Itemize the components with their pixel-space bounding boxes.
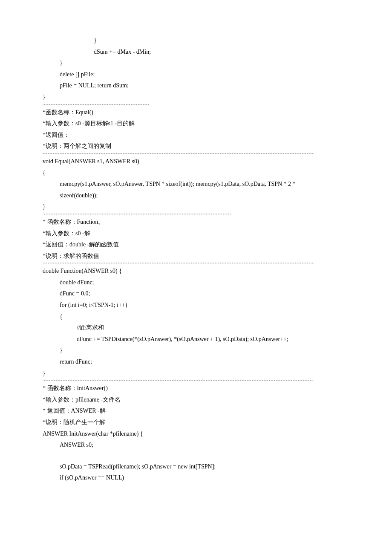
code-line-sep4: ****************************************… <box>43 262 349 266</box>
code-line-answer_decl: ANSWER s0; <box>43 439 349 451</box>
code-line-fn1_input: *输入参数：s0 -源目标解s1 -目的解 <box>43 118 349 130</box>
code-line-equal_sig: void Equal(ANSWER s1, ANSWER s0) <box>43 156 349 168</box>
code-line-fn3_desc: *说明：随机产生一个解 <box>43 417 349 428</box>
code-line-func_sig: double Function(ANSWER s0) { <box>43 266 349 277</box>
code-line-return_dfunc: return dFunc; <box>43 356 349 368</box>
code-line-dsum_line: dSum += dMax - dMin; <box>43 46 349 58</box>
code-line-memcpy2: sizeof(double)); <box>43 190 349 202</box>
code-line-pfile_null: pFile = NULL; return dSum; <box>43 80 349 92</box>
code-line-fn2_desc: *说明：求解的函数值 <box>43 251 349 262</box>
code-line-fn3_input: *输入参数：pfilename -文件名 <box>43 394 349 406</box>
code-line-dfunc_calc: dFunc += TSPDistance(*(sO.pAnswer), *(sO… <box>43 334 349 345</box>
code-line-open_brace_2: { <box>43 311 349 323</box>
code-line-fn1_desc: *说明：两个解之间的复制 <box>43 141 349 152</box>
code-line-sep3: /***************************************… <box>43 213 349 217</box>
code-line-close_brace_4: } <box>43 201 349 213</box>
code-line-open_brace_1: { <box>43 168 349 179</box>
code-line-init_sig: ANSWER InitAnswer(char *pfilename) { <box>43 428 349 440</box>
code-line-if_null: if (sO.pAnswer == NULL) <box>43 472 349 484</box>
code-line-close_brace_3: } <box>43 92 349 103</box>
code-line-dfunc_init: dFunc = 0.0; <box>43 288 349 300</box>
code-line-fn3_return: * 返回值：ANSWER -解 <box>43 405 349 417</box>
document-page: }dSum += dMax - dMin;}delete [] pFile;pF… <box>0 0 392 555</box>
code-line-fn1_return: *返回值： <box>43 130 349 141</box>
code-line-sep1: /***************************************… <box>43 103 349 107</box>
code-line-sep5: /***************************************… <box>43 379 349 383</box>
code-line-fn2_input: *输入参数：s0 -解 <box>43 228 349 240</box>
code-line-pdata_line: sO.pData = TSPRead(pfilename); sO.pAnswe… <box>43 461 349 473</box>
code-line-fn2_return: *返回值：double -解的函数值 <box>43 239 349 251</box>
code-line-close_brace_5: } <box>43 345 349 356</box>
code-line-fn1_name: *函数名称：Equal() <box>43 107 349 119</box>
code-line-delete_pfile: delete [] pFile; <box>43 69 349 81</box>
code-line-fn3_name: * 函数名称：InitAnswer() <box>43 383 349 394</box>
code-line-close_brace_6: } <box>43 368 349 379</box>
code-line-comment1: //距离求和 <box>43 322 349 334</box>
code-line-memcpy1: memcpy(s1.pAnswer, sO.pAnswer, TSPN * si… <box>43 179 349 190</box>
code-line-close_brace_1: } <box>43 35 349 46</box>
code-line-blank1 <box>43 451 349 461</box>
code-line-close_brace_2: } <box>43 58 349 69</box>
code-line-sep2: ****************************************… <box>43 152 349 156</box>
code-line-for_loop: for (int i=0; i<TSPN-1; i++) <box>43 300 349 311</box>
code-line-dfunc_decl: double dFunc; <box>43 277 349 289</box>
code-line-fn2_name: * 函数名称：Function。 <box>43 217 349 228</box>
